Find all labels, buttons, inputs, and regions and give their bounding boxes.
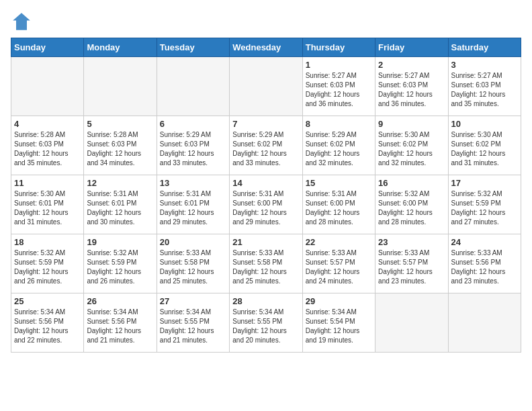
calendar-cell: 14Sunrise: 5:31 AM Sunset: 6:00 PM Dayli… xyxy=(230,175,302,234)
calendar-cell: 11Sunrise: 5:30 AM Sunset: 6:01 PM Dayli… xyxy=(11,175,84,234)
calendar-cell xyxy=(84,57,157,116)
calendar-cell xyxy=(375,293,448,353)
day-number: 9 xyxy=(378,119,445,129)
day-info: Sunrise: 5:32 AM Sunset: 6:00 PM Dayligh… xyxy=(378,189,445,227)
calendar-week-row: 1Sunrise: 5:27 AM Sunset: 6:03 PM Daylig… xyxy=(11,57,521,116)
calendar-cell: 19Sunrise: 5:32 AM Sunset: 5:59 PM Dayli… xyxy=(84,234,157,293)
calendar-cell: 25Sunrise: 5:34 AM Sunset: 5:56 PM Dayli… xyxy=(11,293,84,353)
calendar-cell: 7Sunrise: 5:29 AM Sunset: 6:02 PM Daylig… xyxy=(230,116,302,175)
day-number: 29 xyxy=(306,296,372,306)
calendar-cell: 1Sunrise: 5:27 AM Sunset: 6:03 PM Daylig… xyxy=(302,57,375,116)
day-number: 23 xyxy=(378,237,445,247)
calendar-cell: 3Sunrise: 5:27 AM Sunset: 6:03 PM Daylig… xyxy=(448,57,521,116)
calendar-cell: 8Sunrise: 5:29 AM Sunset: 6:02 PM Daylig… xyxy=(302,116,375,175)
page-header xyxy=(11,11,521,32)
day-number: 3 xyxy=(451,60,518,70)
calendar-cell: 27Sunrise: 5:34 AM Sunset: 5:55 PM Dayli… xyxy=(157,293,229,353)
calendar-cell: 18Sunrise: 5:32 AM Sunset: 5:59 PM Dayli… xyxy=(11,234,84,293)
day-number: 14 xyxy=(232,178,299,188)
day-info: Sunrise: 5:29 AM Sunset: 6:02 PM Dayligh… xyxy=(306,130,372,168)
day-info: Sunrise: 5:29 AM Sunset: 6:03 PM Dayligh… xyxy=(160,130,226,168)
day-info: Sunrise: 5:33 AM Sunset: 5:57 PM Dayligh… xyxy=(306,248,372,286)
day-info: Sunrise: 5:34 AM Sunset: 5:55 PM Dayligh… xyxy=(232,308,299,345)
day-info: Sunrise: 5:31 AM Sunset: 6:01 PM Dayligh… xyxy=(160,189,226,227)
day-number: 27 xyxy=(160,296,226,306)
day-info: Sunrise: 5:31 AM Sunset: 6:01 PM Dayligh… xyxy=(87,189,153,227)
day-number: 2 xyxy=(378,60,445,70)
day-info: Sunrise: 5:31 AM Sunset: 6:00 PM Dayligh… xyxy=(232,189,299,227)
day-number: 18 xyxy=(14,237,81,247)
calendar-cell: 12Sunrise: 5:31 AM Sunset: 6:01 PM Dayli… xyxy=(84,175,157,234)
day-number: 6 xyxy=(160,119,226,129)
day-number: 13 xyxy=(160,178,226,188)
day-info: Sunrise: 5:32 AM Sunset: 5:59 PM Dayligh… xyxy=(87,248,153,286)
day-info: Sunrise: 5:32 AM Sunset: 5:59 PM Dayligh… xyxy=(451,189,518,227)
calendar-cell: 26Sunrise: 5:34 AM Sunset: 5:56 PM Dayli… xyxy=(84,293,157,353)
day-number: 7 xyxy=(232,119,299,129)
day-info: Sunrise: 5:33 AM Sunset: 5:57 PM Dayligh… xyxy=(378,248,445,286)
day-number: 16 xyxy=(378,178,445,188)
day-number: 26 xyxy=(87,296,153,306)
calendar-cell xyxy=(448,293,521,353)
day-number: 11 xyxy=(14,178,81,188)
weekday-header: Monday xyxy=(84,38,157,57)
calendar-week-row: 18Sunrise: 5:32 AM Sunset: 5:59 PM Dayli… xyxy=(11,234,521,293)
day-info: Sunrise: 5:34 AM Sunset: 5:56 PM Dayligh… xyxy=(87,308,153,345)
calendar-header-row: SundayMondayTuesdayWednesdayThursdayFrid… xyxy=(11,38,521,57)
day-number: 21 xyxy=(232,237,299,247)
weekday-header: Tuesday xyxy=(157,38,229,57)
day-info: Sunrise: 5:33 AM Sunset: 5:56 PM Dayligh… xyxy=(451,248,518,286)
day-number: 15 xyxy=(306,178,372,188)
calendar-cell: 13Sunrise: 5:31 AM Sunset: 6:01 PM Dayli… xyxy=(157,175,229,234)
svg-marker-0 xyxy=(13,13,30,30)
day-info: Sunrise: 5:33 AM Sunset: 5:58 PM Dayligh… xyxy=(232,248,299,286)
calendar-cell: 16Sunrise: 5:32 AM Sunset: 6:00 PM Dayli… xyxy=(375,175,448,234)
weekday-header: Friday xyxy=(375,38,448,57)
day-number: 24 xyxy=(451,237,518,247)
day-number: 12 xyxy=(87,178,153,188)
day-info: Sunrise: 5:30 AM Sunset: 6:02 PM Dayligh… xyxy=(451,130,518,168)
calendar-week-row: 25Sunrise: 5:34 AM Sunset: 5:56 PM Dayli… xyxy=(11,293,521,353)
day-number: 17 xyxy=(451,178,518,188)
day-number: 8 xyxy=(306,119,372,129)
calendar-cell: 5Sunrise: 5:28 AM Sunset: 6:03 PM Daylig… xyxy=(84,116,157,175)
day-info: Sunrise: 5:30 AM Sunset: 6:02 PM Dayligh… xyxy=(378,130,445,168)
day-number: 4 xyxy=(14,119,81,129)
day-info: Sunrise: 5:27 AM Sunset: 6:03 PM Dayligh… xyxy=(451,71,518,109)
day-info: Sunrise: 5:33 AM Sunset: 5:58 PM Dayligh… xyxy=(160,248,226,286)
day-info: Sunrise: 5:31 AM Sunset: 6:00 PM Dayligh… xyxy=(306,189,372,227)
weekday-header: Sunday xyxy=(11,38,84,57)
calendar-week-row: 11Sunrise: 5:30 AM Sunset: 6:01 PM Dayli… xyxy=(11,175,521,234)
day-info: Sunrise: 5:32 AM Sunset: 5:59 PM Dayligh… xyxy=(14,248,81,286)
day-info: Sunrise: 5:34 AM Sunset: 5:56 PM Dayligh… xyxy=(14,308,81,345)
day-info: Sunrise: 5:27 AM Sunset: 6:03 PM Dayligh… xyxy=(306,71,372,109)
weekday-header: Saturday xyxy=(448,38,521,57)
day-info: Sunrise: 5:34 AM Sunset: 5:55 PM Dayligh… xyxy=(160,308,226,345)
day-info: Sunrise: 5:27 AM Sunset: 6:03 PM Dayligh… xyxy=(378,71,445,109)
calendar-cell: 29Sunrise: 5:34 AM Sunset: 5:54 PM Dayli… xyxy=(302,293,375,353)
weekday-header: Thursday xyxy=(302,38,375,57)
calendar-cell: 28Sunrise: 5:34 AM Sunset: 5:55 PM Dayli… xyxy=(230,293,302,353)
day-info: Sunrise: 5:34 AM Sunset: 5:54 PM Dayligh… xyxy=(306,308,372,345)
day-number: 20 xyxy=(160,237,226,247)
day-number: 22 xyxy=(306,237,372,247)
day-info: Sunrise: 5:28 AM Sunset: 6:03 PM Dayligh… xyxy=(87,130,153,168)
day-info: Sunrise: 5:30 AM Sunset: 6:01 PM Dayligh… xyxy=(14,189,81,227)
calendar-cell: 15Sunrise: 5:31 AM Sunset: 6:00 PM Dayli… xyxy=(302,175,375,234)
weekday-header: Wednesday xyxy=(230,38,302,57)
day-number: 5 xyxy=(87,119,153,129)
calendar-cell: 9Sunrise: 5:30 AM Sunset: 6:02 PM Daylig… xyxy=(375,116,448,175)
calendar-cell: 17Sunrise: 5:32 AM Sunset: 5:59 PM Dayli… xyxy=(448,175,521,234)
logo xyxy=(11,11,35,32)
day-number: 10 xyxy=(451,119,518,129)
calendar-cell: 24Sunrise: 5:33 AM Sunset: 5:56 PM Dayli… xyxy=(448,234,521,293)
calendar-week-row: 4Sunrise: 5:28 AM Sunset: 6:03 PM Daylig… xyxy=(11,116,521,175)
calendar-cell: 10Sunrise: 5:30 AM Sunset: 6:02 PM Dayli… xyxy=(448,116,521,175)
calendar-cell: 21Sunrise: 5:33 AM Sunset: 5:58 PM Dayli… xyxy=(230,234,302,293)
day-info: Sunrise: 5:29 AM Sunset: 6:02 PM Dayligh… xyxy=(232,130,299,168)
calendar: SundayMondayTuesdayWednesdayThursdayFrid… xyxy=(11,38,521,353)
calendar-cell: 20Sunrise: 5:33 AM Sunset: 5:58 PM Dayli… xyxy=(157,234,229,293)
calendar-cell xyxy=(230,57,302,116)
calendar-cell: 2Sunrise: 5:27 AM Sunset: 6:03 PM Daylig… xyxy=(375,57,448,116)
day-number: 19 xyxy=(87,237,153,247)
